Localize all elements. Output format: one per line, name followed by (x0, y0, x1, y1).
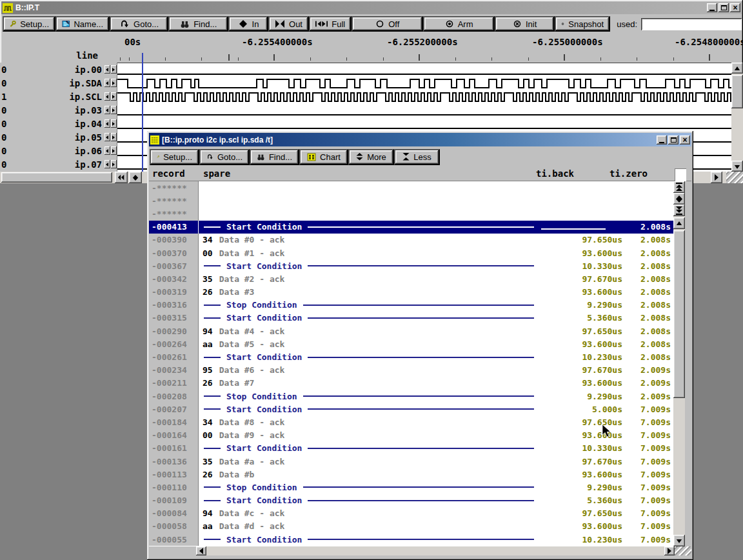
setup-button[interactable]: Setup... (150, 149, 199, 165)
channel-left-button[interactable] (104, 79, 110, 87)
table-row[interactable]: -000211 26Data #7 93.600us 2.009s (149, 377, 673, 390)
table-row[interactable]: -****** (149, 181, 673, 194)
channel-right-button[interactable] (111, 106, 117, 114)
table-row[interactable]: -000342 35Data #2 - ack 97.670us 2.008s (149, 272, 673, 285)
minimize-button[interactable] (657, 135, 667, 145)
scroll-track[interactable] (673, 229, 685, 535)
used-field[interactable] (641, 18, 742, 30)
channel-right-button[interactable] (111, 65, 117, 74)
scroll-up-button[interactable] (731, 63, 743, 74)
time-cursor-line[interactable] (142, 53, 143, 172)
goto-first-button[interactable] (673, 181, 685, 193)
scroll-down-button[interactable] (673, 535, 685, 546)
init-button[interactable]: Init (495, 16, 555, 32)
hscroll-track[interactable] (206, 546, 664, 555)
snapshot-button[interactable]: Snapshot (555, 16, 610, 32)
channel-left-button[interactable] (104, 106, 110, 114)
table-row[interactable]: -000136 35Data #a - ack 97.670us 7.009s (149, 455, 673, 468)
hscroll-thumb[interactable] (1, 172, 112, 183)
resize-grip[interactable] (675, 546, 691, 555)
protocol-titlebar[interactable]: [B::ip.proto i2c ip.scl ip.sda /t] × (149, 133, 691, 146)
scroll-right-button[interactable] (664, 546, 675, 555)
table-row[interactable]: -000161 Start Condition 10.330us 7.009s (149, 442, 673, 455)
scroll-left-button[interactable] (196, 546, 206, 555)
timing-titlebar[interactable]: B::IP.T × (1, 1, 742, 14)
more-button[interactable]: More (348, 149, 394, 165)
find-button[interactable]: Find... (250, 149, 299, 165)
channel-right-button[interactable] (111, 79, 117, 87)
channel-row[interactable]: 1 ip.SCL (0, 90, 117, 103)
center-cursor-button[interactable] (129, 172, 142, 183)
table-row[interactable]: -000264 aaData #5 - ack 93.600us 2.008s (149, 337, 673, 350)
table-row[interactable]: -000370 00Data #1 - ack 93.600us 2.008s (149, 246, 673, 259)
table-row[interactable]: -000390 34Data #0 - ack 97.650us 2.008s (149, 234, 673, 246)
table-row[interactable]: -000234 95Data #6 - ack 97.670us 2.009s (149, 364, 673, 377)
zoom-full-button[interactable]: Full (309, 16, 352, 32)
channel-left-button[interactable] (104, 146, 110, 155)
goto-last-button[interactable] (673, 205, 685, 216)
table-row[interactable]: -000110 Stop Condition 9.290us 7.009s (149, 481, 673, 494)
channel-row[interactable]: 0 ip.06 (0, 144, 117, 157)
resize-grip[interactable] (726, 172, 743, 183)
table-row[interactable]: -000413 Start Condition 2.008s (149, 221, 673, 234)
channel-row[interactable]: 0 ip.03 (0, 103, 117, 117)
channel-row[interactable]: 0 ip.07 (0, 157, 117, 171)
table-row[interactable]: -000290 94Data #4 - ack 97.650us 2.008s (149, 325, 673, 337)
scroll-thumb[interactable] (731, 75, 743, 108)
table-row[interactable]: -000084 94Data #c - ack 97.650us 7.009s (149, 507, 673, 520)
channel-right-button[interactable] (111, 160, 117, 168)
setup-button[interactable]: Setup... (3, 16, 55, 32)
table-row[interactable]: -****** (149, 207, 673, 220)
channel-left-button[interactable] (104, 65, 110, 74)
table-row[interactable]: -000109 Start Condition 5.360us 7.009s (149, 494, 673, 507)
goto-button[interactable]: Goto... (199, 149, 250, 165)
maximize-button[interactable] (718, 3, 729, 12)
close-button[interactable]: × (680, 135, 690, 145)
scroll-track[interactable] (731, 74, 743, 161)
channel-row[interactable]: 0 ip.05 (0, 130, 117, 144)
table-row[interactable]: -000055 Start Condition 10.230us 7.009s (149, 533, 673, 546)
channel-right-button[interactable] (111, 133, 117, 141)
scroll-thumb[interactable] (673, 230, 685, 398)
channel-row[interactable]: 0 ip.04 (0, 117, 117, 130)
page-left-button[interactable] (115, 172, 128, 183)
arm-button[interactable]: Arm (423, 16, 495, 32)
chart-button[interactable]: Chart (299, 149, 348, 165)
restore-button[interactable] (668, 135, 679, 145)
goto-button[interactable]: Goto... (110, 16, 168, 32)
channel-right-button[interactable] (111, 92, 117, 101)
table-row[interactable]: -000184 34Data #8 - ack 97.650us 7.009s (149, 415, 673, 428)
channel-row[interactable]: 0 ip.SDA (0, 76, 117, 90)
table-row[interactable]: -000113 26Data #b 93.600us 7.009s (149, 468, 673, 481)
timing-vertical-scrollbar[interactable] (731, 63, 743, 172)
table-row[interactable]: -000164 00Data #9 - ack 93.600us 7.009s (149, 429, 673, 442)
table-row[interactable]: -000058 aaData #d - ack 93.600us 7.009s (149, 520, 673, 533)
table-row[interactable]: -000315 Start Condition 5.360us 2.008s (149, 312, 673, 325)
scroll-up-button[interactable] (673, 217, 685, 229)
table-row[interactable]: -****** (149, 194, 673, 207)
channel-left-button[interactable] (104, 160, 110, 168)
channel-left-button[interactable] (104, 92, 110, 101)
channel-right-button[interactable] (111, 146, 117, 155)
minimize-button[interactable] (707, 3, 717, 12)
channel-row[interactable]: 0 ip.00 (0, 63, 117, 76)
zoom-out-button[interactable]: Out (268, 16, 309, 32)
protocol-horizontal-scrollbar[interactable] (149, 546, 691, 555)
table-row[interactable]: -000319 26Data #3 93.600us 2.008s (149, 286, 673, 299)
table-row[interactable]: -000261 Start Condition 10.230us 2.008s (149, 350, 673, 363)
channel-left-button[interactable] (104, 119, 110, 128)
name-button[interactable]: Name... (55, 16, 110, 32)
channel-left-button[interactable] (104, 133, 110, 141)
find-button[interactable]: Find... (168, 16, 228, 32)
table-row[interactable]: -000316 Stop Condition 9.290us 2.008s (149, 299, 673, 312)
zoom-in-button[interactable]: In (228, 16, 268, 32)
protocol-vertical-scrollbar[interactable] (673, 181, 685, 546)
table-row[interactable]: -000207 Start Condition 5.000s 7.009s (149, 403, 673, 415)
off-button[interactable]: Off (352, 16, 423, 32)
close-button[interactable]: × (730, 3, 740, 12)
table-row[interactable]: -000367 Start Condition 10.330us 2.008s (149, 259, 673, 272)
less-button[interactable]: Less (394, 149, 440, 165)
table-row[interactable]: -000208 Stop Condition 9.290us 2.009s (149, 390, 673, 403)
channel-right-button[interactable] (111, 119, 117, 128)
goto-reference-button[interactable] (673, 193, 685, 205)
